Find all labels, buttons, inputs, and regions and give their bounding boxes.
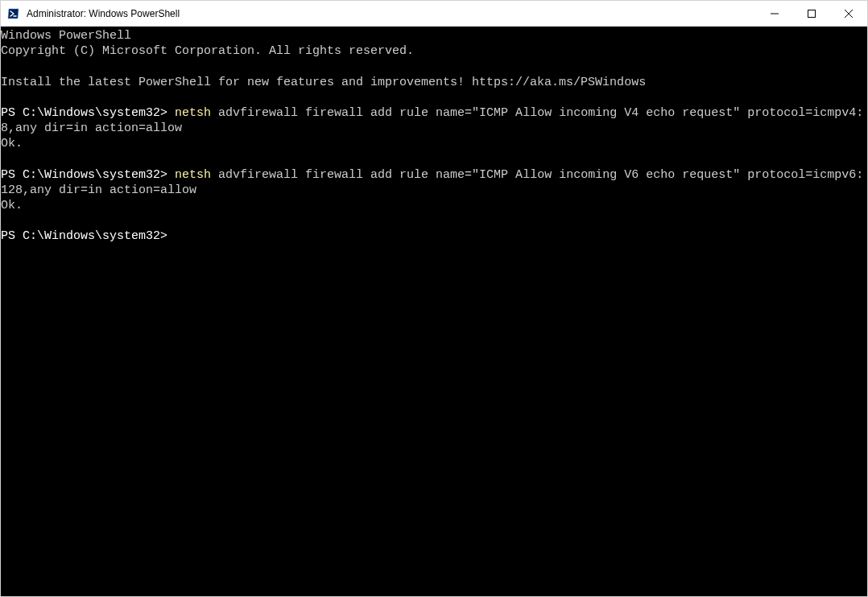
terminal-line: Copyright (C) Microsoft Corporation. All… [1, 44, 414, 58]
titlebar[interactable]: Administrator: Windows PowerShell [1, 1, 867, 27]
command-highlight: netsh [175, 106, 211, 120]
prompt: PS C:\Windows\system32> [1, 168, 175, 182]
minimize-icon [771, 10, 779, 18]
window-title: Administrator: Windows PowerShell [27, 8, 756, 19]
close-button[interactable] [830, 1, 867, 26]
terminal-line: Install the latest PowerShell for new fe… [1, 76, 646, 89]
terminal-line: Ok. [1, 137, 23, 150]
terminal-area[interactable]: Windows PowerShell Copyright (C) Microso… [1, 27, 867, 596]
terminal-line: Ok. [1, 199, 23, 212]
prompt: PS C:\Windows\system32> [1, 106, 175, 120]
prompt: PS C:\Windows\system32> [1, 229, 167, 243]
window-controls [756, 1, 867, 26]
close-icon [845, 10, 853, 18]
maximize-button[interactable] [793, 1, 830, 26]
maximize-icon [808, 10, 816, 18]
svg-rect-1 [808, 10, 816, 17]
powershell-icon [7, 7, 20, 20]
window: Administrator: Windows PowerShell Window… [0, 0, 868, 597]
minimize-button[interactable] [756, 1, 793, 26]
terminal-line: Windows PowerShell [1, 29, 131, 43]
command-highlight: netsh [175, 168, 211, 182]
